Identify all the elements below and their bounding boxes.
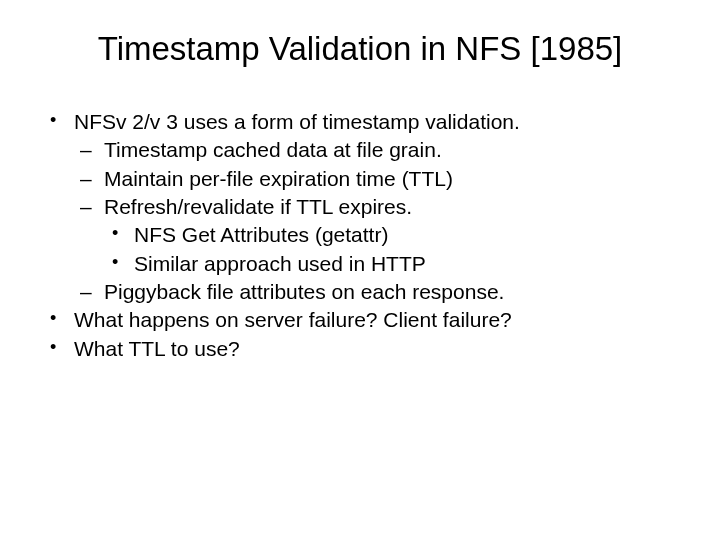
bullet-text: What TTL to use? xyxy=(74,337,240,360)
bullet-item: Similar approach used in HTTP xyxy=(104,250,680,278)
bullet-item: Refresh/revalidate if TTL expires. NFS G… xyxy=(74,193,680,278)
bullet-text: Similar approach used in HTTP xyxy=(134,252,426,275)
bullet-text: NFS Get Attributes (getattr) xyxy=(134,223,388,246)
bullet-text: NFSv 2/v 3 uses a form of timestamp vali… xyxy=(74,110,520,133)
slide-title: Timestamp Validation in NFS [1985] xyxy=(40,30,680,68)
bullet-text: Maintain per-file expiration time (TTL) xyxy=(104,167,453,190)
bullet-item: NFSv 2/v 3 uses a form of timestamp vali… xyxy=(40,108,680,306)
bullet-item: What happens on server failure? Client f… xyxy=(40,306,680,334)
bullet-item: What TTL to use? xyxy=(40,335,680,363)
bullet-text: Timestamp cached data at file grain. xyxy=(104,138,442,161)
bullet-text: Piggyback file attributes on each respon… xyxy=(104,280,504,303)
slide: Timestamp Validation in NFS [1985] NFSv … xyxy=(0,0,720,540)
bullet-item: Maintain per-file expiration time (TTL) xyxy=(74,165,680,193)
bullet-text: What happens on server failure? Client f… xyxy=(74,308,512,331)
bullet-item: Piggyback file attributes on each respon… xyxy=(74,278,680,306)
bullet-item: Timestamp cached data at file grain. xyxy=(74,136,680,164)
bullet-item: NFS Get Attributes (getattr) xyxy=(104,221,680,249)
bullet-text: Refresh/revalidate if TTL expires. xyxy=(104,195,412,218)
slide-body: NFSv 2/v 3 uses a form of timestamp vali… xyxy=(40,108,680,363)
